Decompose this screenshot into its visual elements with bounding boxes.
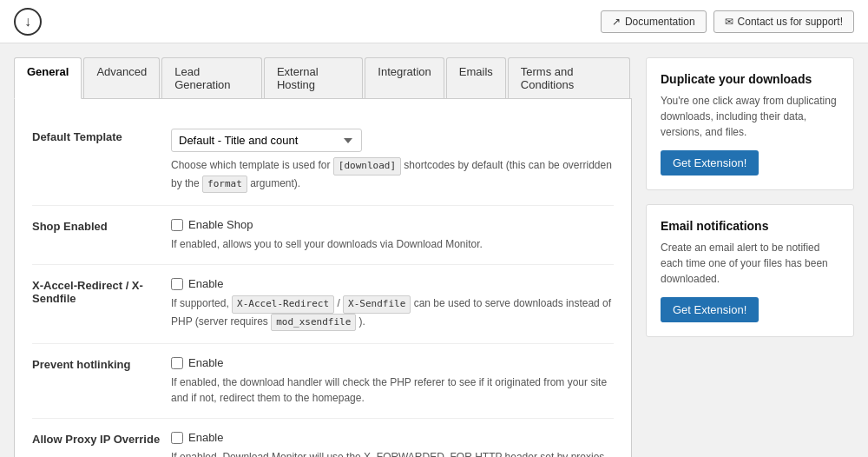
download-code-tag: [download] (333, 157, 401, 176)
shop-enabled-control: Enable Shop If enabled, allows you to se… (171, 218, 614, 252)
hotlinking-row: Prevent hotlinking Enable If enabled, th… (32, 344, 614, 419)
tab-external-hosting[interactable]: External Hosting (264, 57, 363, 98)
hotlinking-control: Enable If enabled, the download handler … (171, 356, 614, 406)
main-content: General Advanced Lead Generation Externa… (0, 43, 868, 457)
xaccel-sep: / (337, 297, 339, 309)
settings-area: General Advanced Lead Generation Externa… (14, 57, 632, 457)
proxy-ip-control: Enable If enabled, Download Monitor will… (171, 431, 614, 457)
xaccel-suffix: ). (359, 315, 365, 328)
proxy-ip-checkbox[interactable] (171, 432, 183, 444)
shop-enabled-checkbox[interactable] (171, 219, 183, 231)
xaccel-control: Enable If supported, X-Accel-Redirect / … (171, 277, 614, 331)
settings-panel: Default Template Default - Title and cou… (14, 99, 632, 457)
sidebar: Duplicate your downloads You're one clic… (646, 57, 854, 457)
hotlinking-desc: If enabled, the download handler will ch… (171, 374, 614, 406)
hotlinking-label: Prevent hotlinking (32, 356, 171, 371)
default-template-select[interactable]: Default - Title and count (171, 129, 362, 152)
xsendfile-code: X-Sendfile (343, 295, 411, 314)
format-code-tag: format (202, 176, 247, 194)
default-template-row: Default Template Default - Title and cou… (32, 116, 614, 206)
top-bar-actions: ↗ Documentation ✉ Contact us for support… (601, 10, 854, 33)
duplicate-downloads-card: Duplicate your downloads You're one clic… (646, 57, 854, 190)
duplicate-card-desc: You're one click away from duplicating d… (661, 93, 839, 140)
tabs-bar: General Advanced Lead Generation Externa… (14, 57, 632, 99)
mail-icon: ✉ (725, 16, 733, 28)
email-extension-button[interactable]: Get Extension! (661, 297, 759, 322)
proxy-ip-label: Allow Proxy IP Override (32, 431, 171, 446)
email-notifications-card: Email notifications Create an email aler… (646, 204, 854, 337)
shop-checkbox-row: Enable Shop (171, 218, 614, 231)
default-template-control: Default - Title and count Choose which t… (171, 129, 614, 193)
documentation-button[interactable]: ↗ Documentation (601, 10, 707, 33)
tab-emails[interactable]: Emails (446, 57, 506, 98)
proxy-ip-checkbox-label: Enable (188, 431, 223, 444)
xaccel-desc-prefix: If supported, (171, 297, 229, 309)
proxy-ip-row: Allow Proxy IP Override Enable If enable… (32, 419, 614, 457)
xaccel-code1: X-Accel-Redirect (232, 295, 334, 314)
tab-lead-generation[interactable]: Lead Generation (161, 57, 262, 98)
duplicate-card-title: Duplicate your downloads (661, 72, 839, 86)
hotlinking-checkbox-label: Enable (188, 356, 223, 369)
shop-checkbox-label: Enable Shop (188, 218, 253, 231)
desc-text: Choose which template is used for (171, 159, 330, 171)
default-template-desc: Choose which template is used for [downl… (171, 157, 614, 193)
tab-terms[interactable]: Terms and Conditions (508, 57, 630, 98)
hotlinking-checkbox[interactable] (171, 357, 183, 369)
hotlinking-checkbox-row: Enable (171, 356, 614, 369)
xaccel-desc: If supported, X-Accel-Redirect / X-Sendf… (171, 295, 614, 331)
xaccel-row: X-Accel-Redirect / X-Sendfile Enable If … (32, 265, 614, 344)
proxy-ip-checkbox-row: Enable (171, 431, 614, 444)
xaccel-checkbox[interactable] (171, 278, 183, 290)
doc-button-label: Documentation (625, 16, 695, 28)
shop-enabled-label: Shop Enabled (32, 218, 171, 233)
xaccel-checkbox-row: Enable (171, 277, 614, 290)
logo: ↓ (14, 8, 42, 36)
proxy-ip-desc: If enabled, Download Monitor will use th… (171, 449, 614, 457)
email-card-desc: Create an email alert to be notified eac… (661, 240, 839, 287)
xaccel-checkbox-label: Enable (188, 277, 223, 290)
tab-integration[interactable]: Integration (365, 57, 444, 98)
modxsend-code: mod_xsendfile (271, 314, 356, 332)
email-card-title: Email notifications (661, 219, 839, 233)
shop-desc: If enabled, allows you to sell your down… (171, 236, 614, 252)
shop-enabled-row: Shop Enabled Enable Shop If enabled, all… (32, 206, 614, 265)
top-bar: ↓ ↗ Documentation ✉ Contact us for suppo… (0, 0, 868, 43)
support-button[interactable]: ✉ Contact us for support! (713, 10, 854, 33)
desc-text3: argument). (250, 177, 300, 189)
support-button-label: Contact us for support! (738, 16, 843, 28)
tab-advanced[interactable]: Advanced (83, 57, 160, 98)
default-template-label: Default Template (32, 129, 171, 143)
doc-icon: ↗ (612, 16, 621, 28)
xaccel-label: X-Accel-Redirect / X-Sendfile (32, 277, 171, 305)
duplicate-extension-button[interactable]: Get Extension! (661, 150, 759, 176)
tab-general[interactable]: General (14, 57, 82, 99)
